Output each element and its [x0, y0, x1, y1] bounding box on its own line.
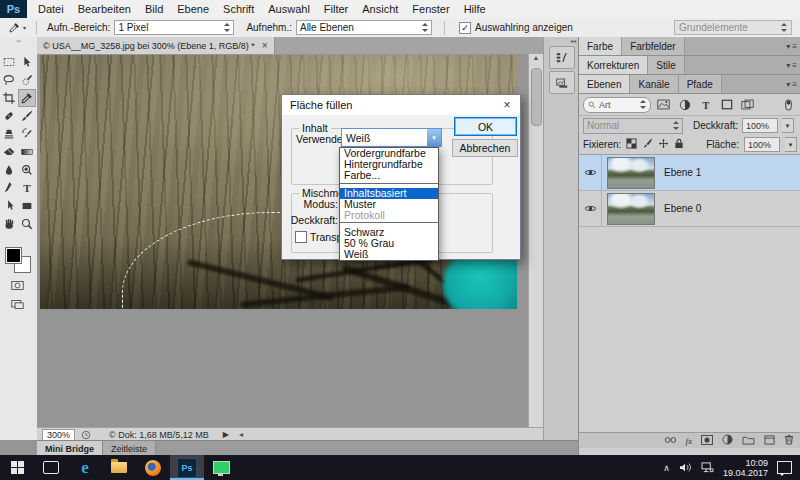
- action-center-icon[interactable]: [777, 461, 792, 474]
- fill-value[interactable]: 100%: [744, 137, 780, 152]
- mini-bridge-panel-button[interactable]: [549, 71, 575, 94]
- move-tool[interactable]: [18, 53, 36, 71]
- type-tool[interactable]: T: [18, 179, 36, 197]
- lock-all-icon[interactable]: [674, 138, 684, 151]
- workspace-select[interactable]: Grundelemente: [674, 20, 792, 35]
- scrollbar-thumb[interactable]: [531, 68, 542, 126]
- volume-icon[interactable]: [679, 462, 692, 473]
- crop-tool[interactable]: [0, 89, 18, 107]
- new-layer-icon[interactable]: [764, 435, 775, 447]
- opacity-value[interactable]: 100%: [742, 118, 778, 133]
- status-flyout-icon[interactable]: ▶: [223, 430, 229, 439]
- new-group-icon[interactable]: [742, 435, 755, 447]
- quick-mask-button[interactable]: [9, 279, 25, 292]
- add-mask-icon[interactable]: [701, 435, 713, 447]
- tab-farbfelder[interactable]: Farbfelder: [622, 37, 685, 55]
- zoom-level-field[interactable]: 300%: [42, 429, 75, 441]
- brush-tool[interactable]: [18, 107, 36, 125]
- layer-visibility-toggle[interactable]: [579, 155, 602, 190]
- filter-shape-layers-icon[interactable]: [718, 97, 735, 112]
- dock-expand-icon[interactable]: ◂◂: [544, 37, 579, 44]
- hidden-icons-chevron[interactable]: ∧: [663, 463, 670, 473]
- layer-thumbnail[interactable]: [607, 193, 655, 225]
- explorer-taskbar-button[interactable]: [102, 455, 136, 480]
- photoshop-taskbar-button[interactable]: Ps: [170, 455, 204, 480]
- layer-styles-icon[interactable]: fx: [686, 436, 693, 446]
- menu-hilfe[interactable]: Hilfe: [457, 0, 493, 18]
- document-tab[interactable]: © USA__MG_3258.jpg bei 300% (Ebene 1, RG…: [37, 37, 275, 54]
- zoom-tool[interactable]: [18, 215, 36, 233]
- tab-mini-bridge[interactable]: Mini Bridge: [37, 441, 103, 456]
- taskbar-clock[interactable]: 10:09 19.04.2017: [723, 458, 768, 478]
- delete-layer-icon[interactable]: [784, 434, 794, 447]
- eyedropper-tool[interactable]: [18, 89, 36, 107]
- menu-bearbeiten[interactable]: Bearbeiten: [71, 0, 138, 18]
- tab-kanaele[interactable]: Kanäle: [630, 75, 678, 93]
- lock-transparency-icon[interactable]: [626, 138, 637, 151]
- ok-button[interactable]: OK: [454, 117, 517, 136]
- layer-visibility-toggle[interactable]: [579, 191, 602, 226]
- combo-dropdown-icon[interactable]: ▾: [427, 129, 441, 146]
- scroll-up-icon[interactable]: ▲: [533, 54, 540, 61]
- eyedropper-tool-preview[interactable]: ▾: [4, 20, 30, 35]
- hscroll-left-icon[interactable]: ◂: [239, 430, 243, 439]
- panel-menu-icon[interactable]: ▾≡: [786, 37, 800, 55]
- lock-pixels-icon[interactable]: [642, 138, 653, 151]
- tab-zeitleiste[interactable]: Zeitleiste: [103, 441, 156, 456]
- pen-tool[interactable]: [0, 179, 18, 197]
- screen-mode-button[interactable]: [9, 298, 25, 311]
- tab-stile[interactable]: Stile: [648, 56, 684, 74]
- menu-ansicht[interactable]: Ansicht: [355, 0, 405, 18]
- use-combobox[interactable]: Weiß ▾: [341, 128, 442, 147]
- filter-type-layers-icon[interactable]: T: [697, 97, 714, 112]
- tab-ebenen[interactable]: Ebenen: [579, 75, 630, 93]
- firefox-taskbar-button[interactable]: [136, 455, 170, 480]
- panel-menu-icon[interactable]: ▾≡: [786, 56, 800, 74]
- hand-tool[interactable]: [0, 215, 18, 233]
- gradient-tool[interactable]: [18, 143, 36, 161]
- adjustment-layer-icon[interactable]: [722, 434, 733, 447]
- layer-filter-select[interactable]: Art: [583, 97, 651, 113]
- dropdown-item-inhaltsbasiert[interactable]: Inhaltsbasiert: [340, 188, 438, 199]
- start-button[interactable]: [0, 455, 34, 480]
- show-ring-checkbox[interactable]: ✓: [459, 22, 471, 34]
- edge-taskbar-button[interactable]: e: [68, 455, 102, 480]
- menu-bild[interactable]: Bild: [138, 0, 170, 18]
- lock-position-icon[interactable]: [658, 138, 669, 151]
- menu-fenster[interactable]: Fenster: [405, 0, 456, 18]
- healing-brush-tool[interactable]: [0, 107, 18, 125]
- shape-tool[interactable]: [18, 197, 36, 215]
- blur-tool[interactable]: [0, 161, 18, 179]
- tab-korrekturen[interactable]: Korrekturen: [579, 56, 648, 74]
- close-tab-icon[interactable]: ×: [262, 40, 268, 51]
- clone-stamp-tool[interactable]: [0, 125, 18, 143]
- menu-ebene[interactable]: Ebene: [170, 0, 216, 18]
- lasso-tool[interactable]: [0, 71, 18, 89]
- path-selection-tool[interactable]: [0, 197, 18, 215]
- filter-smart-objects-icon[interactable]: [739, 97, 756, 112]
- sample-size-select[interactable]: 1 Pixel: [114, 20, 234, 35]
- dropdown-item-weiss[interactable]: Weiß: [340, 249, 438, 260]
- filter-toggle-icon[interactable]: [780, 97, 797, 112]
- menu-auswahl[interactable]: Auswahl: [261, 0, 317, 18]
- layer-row-ebene-0[interactable]: Ebene 0: [579, 191, 800, 227]
- dropdown-item-protokoll[interactable]: Protokoll: [340, 210, 438, 221]
- history-brush-tool[interactable]: [18, 125, 36, 143]
- quick-selection-tool[interactable]: [18, 71, 36, 89]
- menu-datei[interactable]: Datei: [31, 0, 71, 18]
- filter-adjustment-layers-icon[interactable]: [676, 97, 693, 112]
- transparency-checkbox[interactable]: [295, 231, 307, 243]
- layer-thumbnail[interactable]: [607, 157, 655, 189]
- task-view-button[interactable]: [34, 455, 68, 480]
- dropdown-item-farbe[interactable]: Farbe...: [340, 170, 438, 181]
- tab-pfade[interactable]: Pfade: [679, 75, 722, 93]
- opacity-dropdown-icon[interactable]: ▾: [782, 118, 794, 133]
- panel-grip[interactable]: ▪▪: [0, 37, 37, 45]
- menu-filter[interactable]: Filter: [317, 0, 355, 18]
- tab-farbe[interactable]: Farbe: [579, 37, 622, 55]
- blend-mode-select[interactable]: Normal: [583, 118, 683, 134]
- dodge-tool[interactable]: [18, 161, 36, 179]
- network-icon[interactable]: [701, 462, 714, 473]
- panel-menu-icon[interactable]: ▾≡: [786, 75, 800, 93]
- cancel-button[interactable]: Abbrechen: [452, 139, 518, 157]
